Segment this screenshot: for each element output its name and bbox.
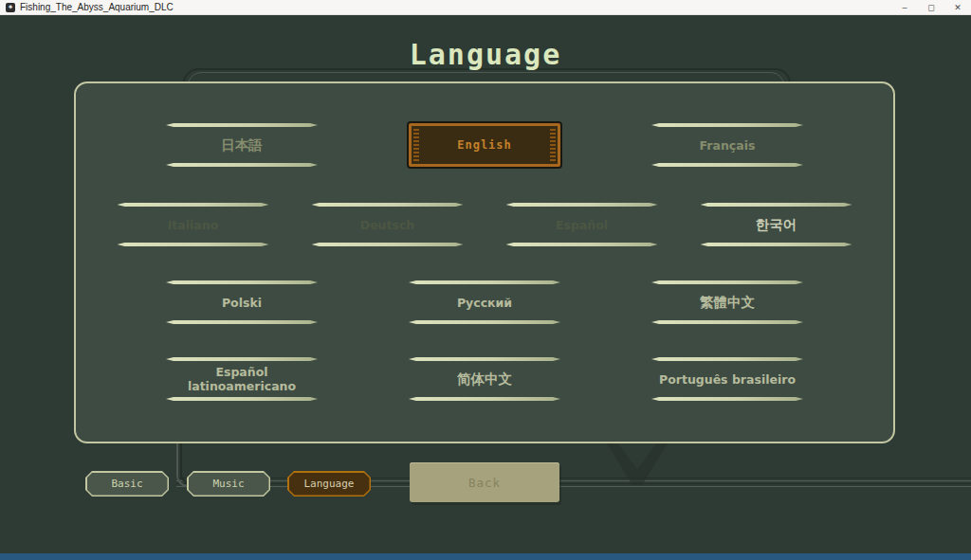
button-bottom-line <box>166 320 318 324</box>
button-bottom-line <box>118 243 269 246</box>
taskbar-strip <box>0 553 971 560</box>
button-top-line <box>409 357 560 361</box>
button-top-line <box>651 280 803 284</box>
tab-basic[interactable]: Basic <box>85 471 169 497</box>
minimize-button[interactable]: – <box>891 0 918 15</box>
language-row-4: Español latinoamericano 简体中文 Português b… <box>76 357 893 401</box>
window-titlebar: ◈ Fishing_The_Abyss_Aquarium_DLC – ◻ ✕ <box>0 0 971 15</box>
maximize-button[interactable]: ◻ <box>918 0 944 15</box>
button-top-line <box>166 123 318 127</box>
page-title: Language <box>0 38 971 71</box>
button-bottom-line <box>409 397 560 401</box>
button-top-line <box>166 280 318 284</box>
language-option-russian[interactable]: Русский <box>409 280 560 324</box>
language-row-2: Italiano Deutsch Español 한국어 <box>76 203 893 246</box>
button-top-line <box>701 203 852 207</box>
language-option-polish[interactable]: Polski <box>166 280 318 324</box>
tab-music[interactable]: Music <box>187 471 270 497</box>
button-top-line <box>409 280 560 284</box>
language-option-traditional-chinese[interactable]: 繁體中文 <box>651 280 803 324</box>
button-top-line <box>651 123 803 127</box>
window-title: Fishing_The_Abyss_Aquarium_DLC <box>20 2 891 12</box>
language-option-japanese[interactable]: 日本語 <box>166 123 318 167</box>
tab-language-selected[interactable]: Language <box>287 471 371 497</box>
language-option-spanish[interactable]: Español <box>506 203 658 246</box>
button-bottom-line <box>506 243 658 246</box>
button-bottom-line <box>651 320 803 324</box>
app-icon: ◈ <box>6 3 15 12</box>
language-row-3: Polski Русский 繁體中文 <box>76 280 893 324</box>
app-window: ◈ Fishing_The_Abyss_Aquarium_DLC – ◻ ✕ L… <box>0 0 971 560</box>
back-button[interactable]: Back <box>410 462 559 502</box>
language-option-brazilian-portuguese[interactable]: Português brasileiro <box>651 357 803 401</box>
button-bottom-line <box>166 397 318 401</box>
language-option-italian[interactable]: Italiano <box>118 203 269 246</box>
language-option-simplified-chinese[interactable]: 简体中文 <box>409 357 560 401</box>
game-viewport: Language 日本語 English Français <box>0 15 971 553</box>
language-option-latam-spanish[interactable]: Español latinoamericano <box>166 357 318 401</box>
background-fish-silhouette <box>607 443 668 485</box>
button-bottom-line <box>651 397 803 401</box>
button-top-line <box>651 357 803 361</box>
button-top-line <box>312 203 464 207</box>
button-bottom-line <box>166 163 318 167</box>
language-option-german[interactable]: Deutsch <box>312 203 464 246</box>
button-bottom-line <box>409 320 560 324</box>
language-row-1: 日本語 English Français <box>76 123 893 167</box>
button-bottom-line <box>312 243 464 246</box>
button-bottom-line <box>651 163 803 167</box>
button-top-line <box>118 203 269 207</box>
language-option-korean[interactable]: 한국어 <box>701 203 852 246</box>
language-option-french[interactable]: Français <box>651 123 803 167</box>
button-top-line <box>506 203 658 207</box>
button-top-line <box>166 357 318 361</box>
close-button[interactable]: ✕ <box>944 0 971 15</box>
language-panel: 日本語 English Français Italiano <box>74 81 895 443</box>
button-bottom-line <box>701 243 852 246</box>
language-option-english-selected[interactable]: English <box>409 123 560 167</box>
